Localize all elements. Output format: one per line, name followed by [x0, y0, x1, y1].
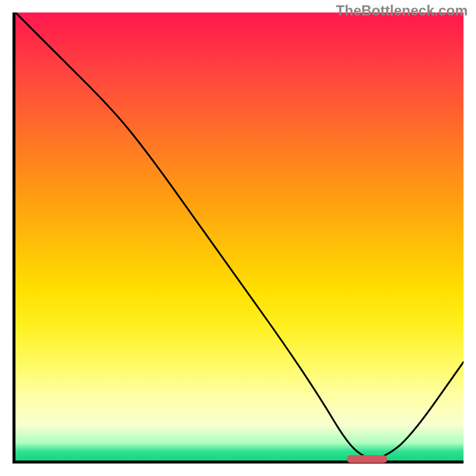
optimum-marker — [347, 455, 387, 463]
watermark-text: TheBottleneck.com — [336, 2, 468, 19]
bottleneck-curve-path — [15, 12, 464, 458]
bottleneck-chart: TheBottleneck.com — [0, 0, 476, 476]
plot-area — [12, 12, 464, 464]
curve-svg — [15, 12, 464, 461]
